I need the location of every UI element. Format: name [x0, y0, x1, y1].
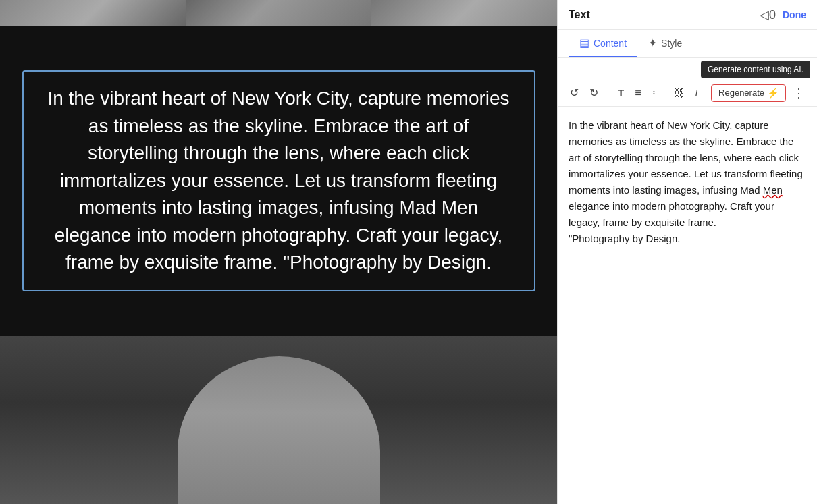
canvas-text-box[interactable]: In the vibrant heart of New York City, c… [22, 70, 535, 291]
content-tab-label: Content [594, 38, 627, 49]
toolbar-row: ↺ ↻ T ≡ ≔ ⛓ I [558, 80, 817, 107]
right-panel: Text ◁0 Done ▤ Content ✦ Style Generate … [557, 0, 817, 504]
content-tab-icon: ▤ [579, 36, 589, 49]
bold-icon: T [618, 87, 624, 99]
list-button[interactable]: ≔ [648, 84, 667, 102]
style-tab-label: Style [661, 38, 682, 49]
canvas-bottom-image [0, 336, 557, 504]
jeans-image [371, 0, 557, 26]
align-icon: ≡ [635, 87, 641, 99]
canvas-top-images [0, 0, 557, 26]
undo-button[interactable]: ↺ [566, 84, 583, 102]
tab-content[interactable]: ▤ Content [569, 30, 637, 57]
keyboard-image [0, 0, 186, 26]
align-button[interactable]: ≡ [631, 84, 645, 102]
canvas-dark-section: In the vibrant heart of New York City, c… [0, 26, 557, 336]
people-image [186, 0, 371, 26]
style-tab-icon: ✦ [648, 36, 657, 49]
person-silhouette [178, 356, 380, 504]
more-icon: ⋮ [793, 86, 805, 100]
bold-button[interactable]: T [614, 84, 628, 101]
undo-icon: ↺ [570, 86, 579, 99]
text-content-area[interactable]: In the vibrant heart of New York City, c… [558, 107, 817, 504]
toolbar-right: Regenerate ⚡ ⋮ [711, 84, 809, 102]
panel-tabs: ▤ Content ✦ Style [558, 30, 817, 58]
tooltip-container: Generate content using AI. [558, 58, 817, 80]
italic-icon: I [695, 88, 698, 99]
panel-title: Text [569, 9, 590, 21]
more-options-button[interactable]: ⋮ [789, 84, 809, 102]
lightning-icon: ⚡ [767, 88, 779, 99]
link-button[interactable]: ⛓ [670, 84, 689, 102]
done-button[interactable]: Done [783, 9, 806, 20]
list-icon: ≔ [652, 86, 663, 99]
toolbar-separator-1 [608, 87, 608, 99]
editor-text: In the vibrant heart of New York City, c… [569, 117, 806, 247]
spell-check-word: Men [763, 184, 783, 196]
panel-header-actions: ◁0 Done [760, 7, 806, 22]
canvas-main-text: In the vibrant heart of New York City, c… [44, 85, 514, 277]
toolbar-wrapper: ↺ ↻ T ≡ ≔ ⛓ I [558, 80, 817, 107]
back-icon-symbol: ◁0 [760, 7, 776, 22]
redo-icon: ↻ [589, 86, 598, 99]
italic-button[interactable]: I [691, 85, 702, 101]
panel-header: Text ◁0 Done [558, 0, 817, 30]
toolbar-left: ↺ ↻ T ≡ ≔ ⛓ I [566, 84, 702, 102]
regenerate-button[interactable]: Regenerate ⚡ [711, 84, 786, 102]
canvas-area: In the vibrant heart of New York City, c… [0, 0, 557, 504]
redo-button[interactable]: ↻ [585, 84, 602, 102]
tab-style[interactable]: ✦ Style [637, 30, 693, 57]
panel-back-icon[interactable]: ◁0 [760, 7, 776, 22]
link-icon: ⛓ [674, 87, 685, 99]
regenerate-label: Regenerate [718, 88, 764, 98]
ai-tooltip: Generate content using AI. [701, 61, 810, 78]
